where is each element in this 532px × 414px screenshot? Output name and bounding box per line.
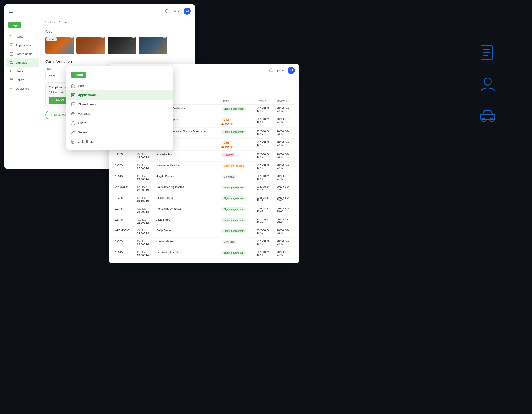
cell-created: 2023-08-2416:45: [255, 216, 275, 227]
svg-point-18: [10, 79, 11, 80]
popup-home-icon: [71, 84, 75, 88]
table-row[interactable]: 12345 Car loan 22 000 lei Henrikas Edmun…: [113, 248, 295, 259]
photos-grid: [46, 37, 191, 54]
photo-checkbox-1[interactable]: [70, 38, 73, 41]
document-icon-panel: [479, 44, 496, 62]
popup-item-vehicles[interactable]: Vehicles: [66, 109, 173, 118]
photo-checkbox-4[interactable]: [163, 38, 166, 41]
photo-checkbox-3[interactable]: [132, 38, 135, 41]
popup-item-home[interactable]: Home: [66, 81, 173, 90]
win3-bell-icon[interactable]: [269, 68, 273, 73]
cell-updated: 2023-08-2423:40: [275, 151, 295, 161]
breadcrumb: Vehicles / Create: [41, 18, 195, 27]
cell-status: Signing agreement: [219, 194, 255, 205]
cell-updated: 2023-08-2423:40: [275, 238, 295, 248]
cell-created: 2023-08-2416:45: [255, 115, 275, 128]
popup-item-sellers[interactable]: Sellers: [66, 128, 173, 137]
popup-guidelines-label: Guidelines: [78, 140, 93, 143]
svg-rect-13: [10, 52, 13, 56]
win3-lang-selector[interactable]: EN: [277, 69, 284, 72]
popup-item-applications[interactable]: Applications: [66, 90, 173, 100]
table-row[interactable]: 12345 Car loan 21 100 lei Skaistė Julius…: [113, 194, 295, 205]
table-row[interactable]: AP5373093 Car loan 22 000 lei Daumantas …: [113, 183, 295, 194]
cell-updated: 2023-08-2423:40: [275, 105, 295, 115]
sidebar-item-applications[interactable]: Applications: [6, 41, 39, 49]
table-row[interactable]: 12345 Car loan 25 000 lei Mantvydas Henr…: [113, 161, 295, 172]
table-row[interactable]: 12345 Car loan 22 000 lei Olivija Urbona…: [113, 238, 295, 248]
table-row[interactable]: 12345 Car loan 22 000 lei Jurgita Pauliu…: [113, 172, 295, 183]
popup-logo-text: mogo: [71, 72, 86, 78]
lang-selector[interactable]: EN: [172, 9, 180, 13]
cell-status: Offer 21 090 lei: [219, 139, 255, 151]
popup-item-closed-deals[interactable]: Closed deals: [66, 100, 173, 109]
svg-rect-9: [11, 37, 12, 38]
cell-created: 2023-08-2416:45: [255, 205, 275, 216]
cell-product: Car loan 22 000 lei: [135, 216, 154, 227]
sidebar-item-sellers[interactable]: Sellers: [6, 75, 39, 84]
popup-sellers-label: Sellers: [78, 131, 87, 134]
photo-4[interactable]: [139, 37, 167, 54]
cell-created: 2023-08-2416:45: [255, 248, 275, 259]
cell-updated: 2023-08-2423:40: [275, 205, 295, 216]
table-row[interactable]: 12345 Car loan 22 200 lei Romualda Doman…: [113, 205, 295, 216]
photo-checkbox-2[interactable]: [101, 38, 104, 41]
sidebar-item-users[interactable]: Users: [6, 67, 39, 75]
popup-logo: mogo: [66, 70, 173, 81]
sidebar-item-guidelines[interactable]: Guidelines: [6, 84, 39, 93]
cell-created: 2023-08-2416:45: [255, 238, 275, 248]
user-avatar[interactable]: VJ: [183, 8, 191, 15]
popup-item-users[interactable]: Users: [66, 118, 173, 128]
photo-primary[interactable]: [46, 37, 74, 54]
cell-client: Mantvydas Henrikas: [154, 161, 219, 172]
bell-icon[interactable]: [164, 9, 169, 13]
photo-3[interactable]: [107, 37, 136, 54]
popup-item-guidelines[interactable]: Guidelines: [66, 137, 173, 146]
cell-created: 2023-08-2416:45: [255, 151, 275, 161]
cell-created: 2023-08-2416:45: [255, 227, 275, 238]
table-row[interactable]: AP5373093 Car loan 22 000 lei Sofija Sim…: [113, 227, 295, 238]
cell-status: Signing agreement: [219, 248, 255, 259]
hamburger-menu[interactable]: [9, 9, 13, 13]
cell-client: Romualda Domantas: [154, 205, 219, 216]
sidebar-item-vehicles[interactable]: Vehicles: [6, 58, 39, 67]
table-row[interactable]: 12345 Car loan 19 000 lei Inga Ažuolas R…: [113, 151, 295, 161]
cell-updated: 2023-08-2423:40: [275, 139, 295, 151]
cell-created: 2023-08-2416:45: [255, 194, 275, 205]
topbar-right: EN VJ: [164, 8, 191, 15]
sidebar-item-closed-deals[interactable]: Closed deals: [6, 50, 39, 58]
cell-status: Signing agreement: [219, 205, 255, 216]
cell-updated: 2023-08-2423:40: [275, 194, 295, 205]
sidebar: mogo Home Applications Closed deals: [4, 18, 41, 169]
photo-2[interactable]: [76, 37, 105, 54]
cell-status: Offer 20 000 lei: [219, 115, 255, 128]
cell-client: Olivija Urbonas: [154, 238, 219, 248]
home-icon: [9, 35, 13, 38]
cell-created: 2023-08-2416:45: [255, 172, 275, 183]
breadcrumb-separator: /: [57, 21, 57, 24]
col-status: Status: [219, 98, 255, 105]
col-updated[interactable]: Updated: [275, 98, 295, 105]
cell-product: Car loan 22 000 lei: [135, 183, 154, 194]
cell-product: Car loan 22 000 lei: [135, 227, 154, 238]
svg-point-19: [11, 79, 13, 80]
cell-created: 2023-08-2416:45: [255, 139, 275, 151]
cell-client: Jurgita Paulius: [154, 172, 219, 183]
breadcrumb-vehicles[interactable]: Vehicles: [46, 21, 56, 24]
cell-created: 2023-08-2416:45: [255, 183, 275, 194]
cell-product: Car loan 25 000 lei: [135, 161, 154, 172]
cell-product: Car loan 22 200 lei: [135, 205, 154, 216]
popup-applications-label: Applications: [78, 93, 97, 97]
win3-user-avatar[interactable]: VJ: [288, 67, 295, 74]
svg-point-39: [270, 72, 271, 73]
cell-status: Signing agreement: [219, 183, 255, 194]
sidebar-item-home[interactable]: Home: [6, 32, 39, 41]
sidebar-label-guidelines: Guidelines: [16, 87, 29, 90]
table-row[interactable]: 12345 Car loan 22 000 lei Algis Birutė S…: [113, 216, 295, 227]
cell-id: 12345: [113, 194, 135, 205]
cell-status: Signing agreement: [219, 128, 255, 139]
cell-id: 12345: [113, 161, 135, 172]
cell-updated: 2023-08-2423:40: [275, 183, 295, 194]
popup-users-label: Users: [78, 121, 86, 125]
cell-product: Car loan 22 000 lei: [135, 248, 154, 259]
cell-updated: 2023-08-2423:40: [275, 115, 295, 128]
